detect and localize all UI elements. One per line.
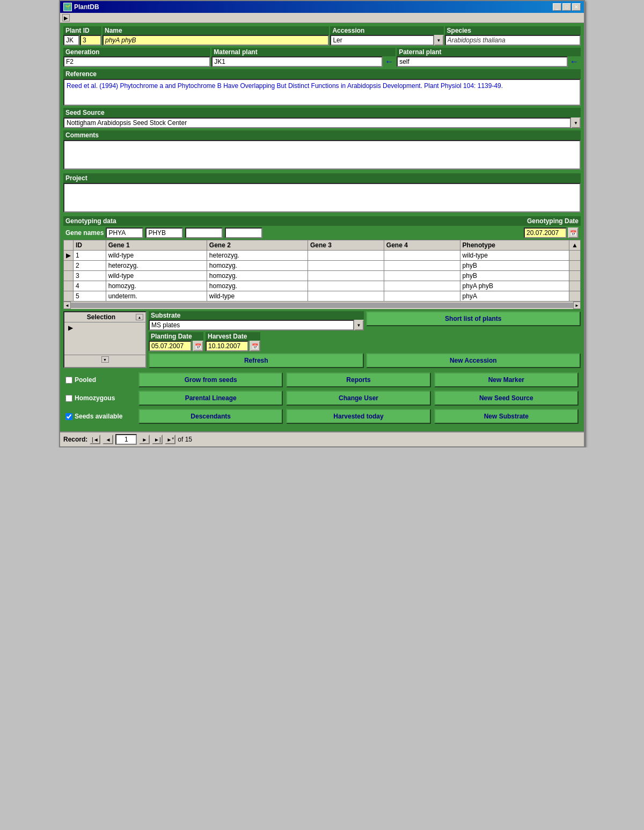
dates-row: Planting Date 📅 Harvest Date 📅 [149,332,364,351]
app-icon: 🌱 [63,3,72,11]
gene3-input[interactable] [185,227,223,238]
close-button[interactable]: ✕ [572,3,581,11]
refresh-button[interactable]: Refresh [149,353,364,368]
selection-row-2[interactable] [64,333,145,344]
col-gene2-header: Gene 2 [207,240,308,251]
seed-source-dropdown-btn[interactable]: ▼ [571,117,581,128]
planting-date-input[interactable] [149,341,192,351]
gene2-input[interactable] [145,227,183,238]
minimize-button[interactable]: _ [553,3,561,11]
seed-source-input[interactable] [63,117,571,128]
genotyping-table-row[interactable]: 5 undeterm. wild-type phyA [64,291,581,302]
row-scroll-4 [569,291,581,302]
record-new-btn[interactable]: ►* [165,435,175,444]
pooled-checkbox[interactable] [65,377,72,384]
row-gene3-4 [308,291,384,302]
row-scroll-3 [569,281,581,291]
record-next-end-btn[interactable]: ►| [152,435,163,444]
generation-input[interactable] [63,56,210,67]
horizontal-scrollbar[interactable]: ◄ ► [63,302,581,309]
name-input[interactable] [103,35,329,46]
harvest-date-field: 📅 [206,341,260,351]
paternal-plant-input[interactable] [397,56,568,67]
planting-date-group: Planting Date 📅 [149,332,203,351]
substrate-input[interactable] [149,320,354,330]
record-input[interactable] [115,434,137,445]
planting-date-cal-btn[interactable]: 📅 [193,341,203,351]
substrate-dates-area: Substrate ▼ Planting Date 📅 [149,311,364,368]
harvest-date-label: Harvest Date [206,332,260,341]
main-content: Plant ID Name Accession ▼ Species [60,23,584,431]
grow-from-seeds-button[interactable]: Grow from seeds [138,372,283,387]
selection-scroll-up[interactable]: ▲ [136,314,143,320]
accession-dropdown: ▼ [330,35,443,46]
homozygous-checkbox[interactable] [65,395,72,402]
row-pooled: Pooled Grow from seeds Reports New Marke… [65,372,579,387]
genotyping-table-row[interactable]: ▶ 1 wild-type heterozyg. wild-type [64,251,581,261]
substrate-dropdown: ▼ [149,320,364,330]
descendants-button[interactable]: Descendants [138,409,283,424]
pooled-checkbox-group: Pooled [65,376,135,384]
new-marker-button[interactable]: New Marker [434,372,579,387]
plant-id-number[interactable] [80,35,101,46]
toolbar-arrow[interactable]: ▶ [62,14,70,21]
genotyping-date-cal-btn[interactable]: 📅 [568,227,579,238]
gene4-input[interactable] [225,227,262,238]
parental-lineage-button[interactable]: Parental Lineage [138,391,283,406]
name-label: Name [103,26,329,35]
species-input [445,35,581,46]
change-user-button[interactable]: Change User [286,391,430,406]
selection-row-1[interactable]: ▶ [64,322,145,333]
project-input[interactable] [63,183,581,212]
record-of-text: of 15 [178,436,192,443]
short-list-button[interactable]: Short list of plants [366,311,581,326]
gene1-input[interactable] [106,227,143,238]
selection-scroll-down[interactable]: ▼ [101,356,109,363]
plant-id-prefix[interactable] [63,35,79,46]
row-gene4-4 [384,291,460,302]
row-gene2-3: homozyg. [207,281,308,291]
accession-dropdown-btn[interactable]: ▼ [434,35,444,46]
selection-box: Selection ▲ ▶ [63,311,147,368]
paternal-plant-nav-btn[interactable]: ← [568,57,581,67]
row-phenotype-0: wild-type [460,251,569,261]
seed-source-section: Seed Source ▼ [63,108,581,128]
record-next-btn[interactable]: ► [139,435,150,444]
row-gene2-1: homozyg. [207,261,308,271]
maternal-plant-input[interactable] [211,56,383,67]
accession-input[interactable] [330,35,434,46]
new-substrate-button[interactable]: New Substrate [434,409,579,424]
genotyping-table-row[interactable]: 4 homozyg. homozyg. phyA phyB [64,281,581,291]
scroll-left-btn[interactable]: ◄ [63,302,71,309]
harvested-today-button[interactable]: Harvested today [286,409,430,424]
comments-input[interactable] [63,140,581,170]
maternal-plant-nav-btn[interactable]: ← [383,57,396,67]
reference-text[interactable]: Reed et al. (1994) Phytochrome a and Phy… [63,79,581,106]
main-window: 🌱 PlantDB _ □ ✕ ▶ Plant ID Name [59,0,585,447]
substrate-dropdown-btn[interactable]: ▼ [354,320,364,330]
selection-row-3[interactable] [64,344,145,355]
record-prev-btn[interactable]: ◄ [103,435,113,444]
seeds-checkbox[interactable] [65,413,72,420]
maximize-button[interactable]: □ [562,3,571,11]
record-first-btn[interactable]: |◄ [90,435,100,444]
genotyping-date-input[interactable] [524,227,567,238]
scroll-right-btn[interactable]: ► [573,302,581,309]
genotyping-table-row[interactable]: 3 wild-type homozyg. phyB [64,271,581,281]
genotyping-table-row[interactable]: 2 heterozyg. homozyg. phyB [64,261,581,271]
new-accession-button[interactable]: New Accession [366,353,581,368]
row-gene1-0: wild-type [106,251,207,261]
row-indicator-4 [64,291,74,302]
genotyping-table: ID Gene 1 Gene 2 Gene 3 Gene 4 Phenotype… [63,240,581,302]
row-scroll-1 [569,261,581,271]
reference-header: Reference [63,69,581,79]
substrate-group: Substrate ▼ [149,311,364,330]
new-seed-source-button[interactable]: New Seed Source [434,391,579,406]
species-label: Species [445,26,581,35]
maternal-plant-label: Maternal plant [211,48,396,56]
reports-button[interactable]: Reports [286,372,430,387]
harvest-date-input[interactable] [206,341,248,351]
genotyping-section: Genotyping data Genotyping Date Gene nam… [63,216,581,309]
scroll-track[interactable] [71,303,573,308]
harvest-date-cal-btn[interactable]: 📅 [250,341,260,351]
